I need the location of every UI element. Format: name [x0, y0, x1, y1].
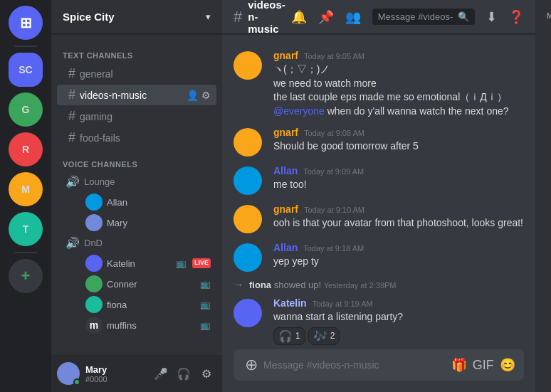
channel-item-general[interactable]: # general — [57, 63, 216, 84]
server-icon-2[interactable]: G — [9, 92, 43, 127]
message-content: Allan Today at 9:18 AM yep yep ty — [273, 242, 524, 272]
avatar — [233, 243, 262, 272]
message-input[interactable] — [263, 351, 446, 379]
chat-header-actions: 🔔 📌 👥 🔍 ⬇ ❓ — [291, 9, 524, 25]
server-header[interactable]: Spice City ▾ — [51, 0, 222, 34]
member-item-fiona[interactable]: fiona — [541, 59, 551, 90]
voice-user-avatar — [85, 296, 103, 313]
server-icon-spice-city[interactable]: SC — [9, 53, 43, 87]
home-button[interactable]: ⊞ — [9, 6, 43, 40]
search-input[interactable] — [378, 11, 453, 22]
hash-icon: # — [68, 109, 75, 124]
speaker-icon: 🔊 — [65, 175, 80, 189]
stream-icon: 📺 — [200, 279, 211, 289]
voice-user-name: Mary — [107, 218, 127, 228]
member-item-daniel[interactable]: Daniel — [541, 92, 551, 123]
voice-channel-name: Lounge — [84, 176, 115, 187]
message-header: Allan Today at 9:18 AM — [273, 242, 524, 253]
message-username[interactable]: Allan — [273, 165, 298, 176]
voice-user-icons: 📺 — [200, 279, 211, 289]
message-text: the last couple eps made me so emotional… — [273, 90, 524, 105]
member-item-allan[interactable]: Allan 👑 — [541, 26, 551, 58]
members-icon[interactable]: 👥 — [345, 9, 361, 25]
message-username[interactable]: Katelin — [273, 297, 307, 309]
channel-item-videos-n-music[interactable]: # videos-n-music 👤 ⚙ — [57, 85, 216, 105]
voice-user-fiona[interactable]: fiona 📺 — [74, 295, 216, 314]
help-icon[interactable]: ❓ — [508, 9, 524, 25]
mute-button[interactable]: 🎤 — [151, 364, 171, 383]
bell-icon[interactable]: 🔔 — [291, 9, 307, 25]
member-item-conner[interactable]: Conner — [541, 255, 551, 287]
live-badge: LIVE — [192, 258, 211, 268]
message-input-box: ⊕ 🎁 GIF 😊 — [233, 349, 524, 381]
member-item-katelin[interactable]: Katelin — [541, 157, 551, 189]
voice-channels-header: VOICE CHANNELS — [51, 149, 222, 171]
message-username[interactable]: Allan — [273, 242, 298, 253]
channel-sidebar: Spice City ▾ TEXT CHANNELS # general # v… — [51, 0, 222, 392]
stream-icon: 📺 — [200, 320, 211, 330]
message-username[interactable]: gnarf — [273, 127, 298, 138]
member-item-muffins[interactable]: m muffins Listening to Spotify 🎵 — [541, 288, 551, 319]
voice-user-katelin[interactable]: Katelin 📺 LIVE — [74, 253, 216, 273]
voice-user-icons: 📺 — [200, 300, 211, 309]
hash-icon: # — [68, 130, 75, 145]
hash-icon: # — [68, 88, 75, 102]
message-text: Should be good tomorrow after 5 — [273, 139, 524, 154]
server-icon-4[interactable]: M — [9, 172, 43, 206]
gift-icon[interactable]: 🎁 — [451, 357, 467, 373]
pin-icon[interactable]: 📌 — [318, 9, 334, 25]
settings-icon[interactable]: ⚙ — [201, 90, 211, 101]
message-content: gnarf Today at 9:05 AM ヽ(；▽；)ノ we need t… — [273, 50, 524, 118]
voice-user-muffins[interactable]: m muffins 📺 — [74, 315, 216, 335]
channel-name: videos-n-music — [80, 90, 182, 101]
avatar — [233, 166, 262, 195]
channel-action-icons: 👤 ⚙ — [187, 90, 211, 101]
plus-icon[interactable]: ⊕ — [245, 356, 258, 374]
gif-icon[interactable]: GIF — [473, 358, 494, 373]
user-info: Mary #0000 — [85, 364, 145, 383]
channel-item-gaming[interactable]: # gaming — [57, 106, 216, 127]
deafen-button[interactable]: 🎧 — [174, 364, 194, 383]
voice-user-allan[interactable]: Allan — [74, 192, 216, 212]
message-text: @everyone when do y'all wanna watch the … — [273, 105, 524, 119]
search-bar[interactable]: 🔍 — [372, 9, 475, 25]
voice-user-avatar: m — [85, 317, 103, 334]
dnd-users: Katelin 📺 LIVE Conner 📺 fiona 📺 — [51, 253, 222, 335]
voice-channel-lounge[interactable]: 🔊 Lounge — [57, 172, 216, 191]
message-group: gnarf Today at 9:05 AM ヽ(；▽；)ノ we need t… — [222, 47, 535, 121]
stream-icon: 📺 — [176, 258, 187, 268]
member-item-gnarf[interactable]: gnarf — [541, 190, 551, 221]
add-server-button[interactable]: + — [9, 259, 43, 293]
message-group: gnarf Today at 9:08 AM Should be good to… — [222, 124, 535, 159]
message-username[interactable]: gnarf — [273, 50, 298, 61]
reaction-music[interactable]: 🎶 2 — [308, 327, 340, 345]
member-item-mary[interactable]: Mary Streaming Drawing 1+7 — [541, 223, 551, 254]
members-header: MEMBERS — 9 — [535, 11, 551, 26]
reaction-headphones[interactable]: 🎧 1 — [273, 327, 305, 345]
message-text: me too! — [273, 178, 524, 192]
message-username[interactable]: gnarf — [273, 203, 298, 215]
message-content: gnarf Today at 9:10 AM ooh is that your … — [273, 203, 524, 233]
member-item-moongirl[interactable]: moongirl Playing League of Legends 🎮 — [541, 125, 551, 156]
user-settings-button[interactable]: ⚙ — [196, 364, 216, 383]
system-text: fiona showed up! Yesterday at 2:38PM — [249, 280, 397, 290]
current-user-discriminator: #0000 — [85, 375, 145, 383]
voice-channel-dnd[interactable]: 🔊 DnD — [57, 233, 216, 253]
emoji-icon[interactable]: 😊 — [500, 357, 515, 373]
message-text: we need to watch more — [273, 77, 524, 91]
system-message: → fiona showed up! Yesterday at 2:38PM — [222, 276, 535, 293]
voice-user-name: Katelin — [107, 258, 135, 269]
inbox-icon[interactable]: ⬇ — [486, 9, 497, 25]
user-plus-icon[interactable]: 👤 — [187, 90, 199, 101]
avatar — [233, 128, 262, 157]
channel-item-food-fails[interactable]: # food-fails — [57, 127, 216, 148]
voice-user-mary[interactable]: Mary — [74, 213, 216, 233]
speaker-icon: 🔊 — [65, 236, 80, 250]
server-icon-3[interactable]: R — [9, 132, 43, 166]
channel-name: food-fails — [80, 132, 211, 144]
voice-user-conner[interactable]: Conner 📺 — [74, 274, 216, 294]
server-chevron-icon: ▾ — [206, 11, 211, 22]
text-channels-header: TEXT CHANNELS — [51, 40, 222, 63]
server-icon-5[interactable]: T — [9, 212, 43, 246]
message-timestamp: Today at 9:09 AM — [303, 167, 364, 176]
